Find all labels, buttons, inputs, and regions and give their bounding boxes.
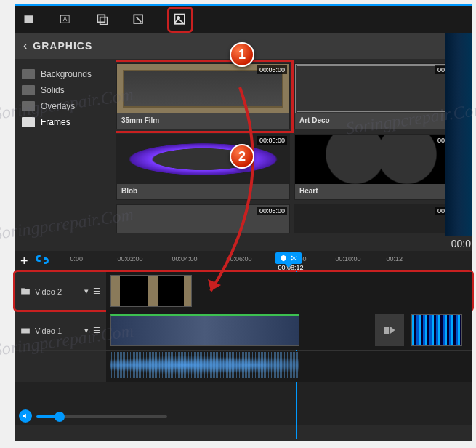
track-menu-icon[interactable]: ☰	[93, 326, 100, 335]
svg-rect-11	[23, 288, 25, 289]
media-tabs: A	[15, 4, 472, 33]
track-menu-icon[interactable]: ☰	[93, 287, 100, 296]
track-header-video2[interactable]: Video 2 ▾ ☰	[15, 272, 106, 311]
preview-strip	[445, 33, 472, 236]
graphic-item[interactable]: 00:05:00	[116, 204, 290, 233]
track-audio	[15, 350, 472, 382]
clip-video-main[interactable]	[110, 314, 299, 346]
svg-point-7	[291, 256, 293, 258]
graphic-duration: 00:05:00	[257, 207, 287, 215]
svg-rect-10	[21, 288, 23, 289]
track-label: Video 1	[35, 327, 80, 335]
folder-backgrounds[interactable]: Backgrounds	[20, 66, 110, 82]
favorites-tab-icon[interactable]	[22, 12, 38, 28]
track-body-video2[interactable]	[106, 272, 472, 311]
folder-list: Backgrounds Solids Overlays Frames	[15, 59, 116, 233]
graphic-duration: 00:05:00	[257, 136, 287, 145]
track-header-audio[interactable]	[15, 351, 106, 382]
track-dropdown-icon[interactable]: ▾	[84, 326, 89, 335]
graphic-item-heart[interactable]: 00:05:00 Heart	[294, 134, 468, 200]
track-video2: Video 2 ▾ ☰	[15, 271, 472, 311]
callout-2: 2	[230, 144, 254, 169]
svg-rect-9	[21, 289, 30, 294]
graphic-duration: 00:05:00	[257, 65, 287, 74]
zoom-slider[interactable]	[36, 415, 167, 418]
folder-open-icon	[22, 117, 35, 127]
graphic-label: 35mm Film	[117, 113, 289, 129]
video-track-icon	[20, 326, 31, 336]
svg-text:A: A	[63, 15, 68, 22]
layers-tab-icon[interactable]	[94, 12, 110, 28]
graphics-tab-highlight	[167, 7, 193, 33]
graphic-item-35mm[interactable]: 00:05:00 35mm Film	[116, 63, 290, 129]
audio-waveform[interactable]	[110, 352, 299, 378]
svg-rect-2	[97, 15, 105, 22]
folder-frames[interactable]: Frames	[20, 114, 110, 130]
timeline-header: + 0:00 00:02:00 00:04:00 00:06:00 00:08:…	[15, 251, 472, 271]
track-label: Video 2	[35, 287, 80, 296]
ruler-tick: 00:12	[387, 255, 403, 263]
track-body-video1[interactable]	[106, 311, 472, 350]
folder-solids[interactable]: Solids	[20, 82, 110, 98]
back-chevron-icon[interactable]: ‹	[23, 39, 27, 52]
transition-icon	[382, 323, 397, 337]
svg-point-8	[291, 259, 293, 261]
playhead-time: 00:08:12	[278, 264, 304, 271]
folder-icon	[22, 69, 35, 79]
folder-label: Frames	[41, 117, 70, 127]
callout-1: 1	[230, 42, 254, 67]
folder-icon	[22, 101, 35, 111]
folder-label: Solids	[41, 85, 65, 95]
graphic-item-blob[interactable]: 00:05:00 Blob	[116, 134, 290, 200]
timeline: + 0:00 00:02:00 00:04:00 00:06:00 00:08:…	[15, 251, 472, 425]
svg-rect-13	[384, 327, 390, 334]
clip-transition[interactable]	[375, 314, 404, 346]
ruler-tick: 00:02:00	[118, 255, 143, 263]
ruler-tick: 00:04:00	[172, 255, 198, 263]
folder-icon	[22, 85, 35, 95]
graphic-label: Heart	[295, 184, 467, 199]
graphic-label: Art Deco	[295, 113, 467, 129]
folder-label: Overlays	[41, 101, 75, 111]
track-header-video1[interactable]: Video 1 ▾ ☰	[15, 311, 106, 350]
video-track-icon	[20, 287, 31, 297]
ruler-tick: 0:00	[70, 255, 84, 263]
graphic-item-artdeco[interactable]: 00:05:00 Art Deco	[294, 63, 468, 129]
track-dropdown-icon[interactable]: ▾	[84, 287, 89, 296]
svg-rect-12	[21, 328, 30, 333]
effects-tab-icon[interactable]	[131, 12, 147, 28]
graphics-grid: 00:05:00 35mm Film 00:05:00 Art Deco 00:…	[116, 59, 472, 233]
track-body-audio[interactable]	[106, 351, 472, 382]
ruler-tick: 00:06:00	[227, 255, 252, 263]
scissors-icon	[290, 255, 297, 262]
graphic-item-fire[interactable]: 00:05:00	[294, 204, 468, 233]
time-ruler[interactable]: 0:00 00:02:00 00:04:00 00:06:00 00:08:00…	[56, 251, 467, 271]
zoom-knob[interactable]	[55, 412, 65, 422]
clip-effect[interactable]	[411, 314, 462, 346]
clip-frame-35mm[interactable]	[110, 275, 192, 307]
add-track-icon[interactable]: +	[20, 254, 28, 269]
text-tab-icon[interactable]: A	[58, 12, 74, 28]
video-editor-app: A ‹ GRAPHICS ☰ Backgrounds Solids Overla…	[15, 4, 472, 441]
track-video1: Video 1 ▾ ☰	[15, 311, 472, 350]
speaker-icon[interactable]	[19, 409, 32, 423]
svg-rect-3	[100, 17, 108, 24]
folder-overlays[interactable]: Overlays	[20, 98, 110, 114]
graphic-label: Blob	[117, 184, 289, 199]
ruler-tick: 00:10:00	[336, 255, 361, 263]
folder-label: Backgrounds	[41, 69, 92, 79]
preview-timecode: 00:0	[451, 238, 471, 249]
snap-icon[interactable]	[36, 253, 49, 269]
graphics-tab-icon[interactable]	[172, 12, 188, 28]
playhead-marker[interactable]: 00:08:12	[275, 252, 302, 264]
shield-icon	[280, 255, 287, 262]
